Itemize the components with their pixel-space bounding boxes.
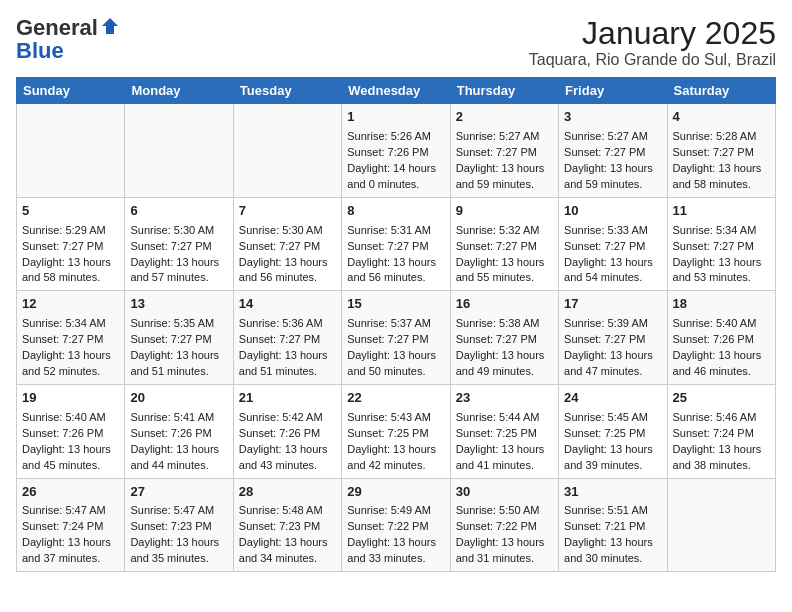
cell-content-line: Daylight: 13 hours [564,161,661,177]
calendar-cell: 9Sunrise: 5:32 AMSunset: 7:27 PMDaylight… [450,197,558,291]
day-number: 17 [564,295,661,314]
cell-content-line: Sunrise: 5:35 AM [130,316,227,332]
logo-icon [100,16,120,36]
logo-general: General [16,17,98,39]
cell-content-line: Sunset: 7:23 PM [239,519,336,535]
cell-content-line: and 50 minutes. [347,364,444,380]
day-number: 16 [456,295,553,314]
calendar-cell: 30Sunrise: 5:50 AMSunset: 7:22 PMDayligh… [450,478,558,572]
calendar-cell [125,104,233,198]
cell-content-line: Daylight: 13 hours [239,348,336,364]
cell-content-line: and 0 minutes. [347,177,444,193]
calendar-cell: 6Sunrise: 5:30 AMSunset: 7:27 PMDaylight… [125,197,233,291]
day-number: 14 [239,295,336,314]
cell-content-line: Sunset: 7:26 PM [22,426,119,442]
cell-content-line: and 51 minutes. [239,364,336,380]
cell-content-line: and 46 minutes. [673,364,770,380]
calendar-cell: 14Sunrise: 5:36 AMSunset: 7:27 PMDayligh… [233,291,341,385]
cell-content-line: Sunrise: 5:48 AM [239,503,336,519]
calendar-header: Sunday Monday Tuesday Wednesday Thursday… [17,78,776,104]
cell-content-line: and 42 minutes. [347,458,444,474]
cell-content-line: Sunrise: 5:51 AM [564,503,661,519]
cell-content-line: Sunrise: 5:29 AM [22,223,119,239]
calendar-week-row: 19Sunrise: 5:40 AMSunset: 7:26 PMDayligh… [17,384,776,478]
cell-content-line: and 58 minutes. [673,177,770,193]
header-row: Sunday Monday Tuesday Wednesday Thursday… [17,78,776,104]
day-number: 26 [22,483,119,502]
cell-content-line: Sunset: 7:23 PM [130,519,227,535]
cell-content-line: Sunset: 7:26 PM [130,426,227,442]
cell-content-line: and 43 minutes. [239,458,336,474]
cell-content-line: Sunset: 7:27 PM [564,145,661,161]
cell-content-line: Daylight: 13 hours [239,535,336,551]
cell-content-line: Sunrise: 5:50 AM [456,503,553,519]
cell-content-line: and 39 minutes. [564,458,661,474]
cell-content-line: and 55 minutes. [456,270,553,286]
cell-content-line: Sunset: 7:24 PM [673,426,770,442]
day-number: 28 [239,483,336,502]
cell-content-line: Sunrise: 5:34 AM [22,316,119,332]
cell-content-line: Daylight: 13 hours [564,442,661,458]
cell-content-line: Sunrise: 5:39 AM [564,316,661,332]
cell-content-line: and 54 minutes. [564,270,661,286]
day-number: 2 [456,108,553,127]
calendar-cell [667,478,775,572]
svg-marker-0 [102,18,118,34]
calendar-cell: 3Sunrise: 5:27 AMSunset: 7:27 PMDaylight… [559,104,667,198]
calendar-cell: 29Sunrise: 5:49 AMSunset: 7:22 PMDayligh… [342,478,450,572]
cell-content-line: Sunset: 7:27 PM [456,145,553,161]
cell-content-line: and 44 minutes. [130,458,227,474]
cell-content-line: and 53 minutes. [673,270,770,286]
cell-content-line: Sunset: 7:26 PM [347,145,444,161]
cell-content-line: Sunset: 7:27 PM [22,332,119,348]
cell-content-line: and 38 minutes. [673,458,770,474]
cell-content-line: Sunrise: 5:46 AM [673,410,770,426]
col-tuesday: Tuesday [233,78,341,104]
cell-content-line: Sunset: 7:27 PM [564,332,661,348]
cell-content-line: Daylight: 13 hours [22,255,119,271]
day-number: 5 [22,202,119,221]
day-number: 8 [347,202,444,221]
cell-content-line: Sunrise: 5:47 AM [22,503,119,519]
cell-content-line: Daylight: 13 hours [564,255,661,271]
cell-content-line: and 37 minutes. [22,551,119,567]
day-number: 29 [347,483,444,502]
day-number: 23 [456,389,553,408]
col-saturday: Saturday [667,78,775,104]
cell-content-line: Daylight: 13 hours [673,161,770,177]
cell-content-line: and 33 minutes. [347,551,444,567]
cell-content-line: Sunset: 7:21 PM [564,519,661,535]
calendar-cell: 1Sunrise: 5:26 AMSunset: 7:26 PMDaylight… [342,104,450,198]
cell-content-line: and 59 minutes. [456,177,553,193]
day-number: 27 [130,483,227,502]
calendar-week-row: 26Sunrise: 5:47 AMSunset: 7:24 PMDayligh… [17,478,776,572]
col-wednesday: Wednesday [342,78,450,104]
day-number: 30 [456,483,553,502]
cell-content-line: Daylight: 13 hours [456,161,553,177]
calendar-week-row: 1Sunrise: 5:26 AMSunset: 7:26 PMDaylight… [17,104,776,198]
cell-content-line: and 47 minutes. [564,364,661,380]
cell-content-line: Sunrise: 5:49 AM [347,503,444,519]
cell-content-line: Sunrise: 5:31 AM [347,223,444,239]
cell-content-line: Daylight: 13 hours [130,442,227,458]
cell-content-line: Daylight: 13 hours [347,535,444,551]
cell-content-line: Daylight: 13 hours [673,348,770,364]
col-monday: Monday [125,78,233,104]
cell-content-line: Sunrise: 5:33 AM [564,223,661,239]
cell-content-line: Sunset: 7:27 PM [239,239,336,255]
day-number: 3 [564,108,661,127]
calendar-cell [17,104,125,198]
day-number: 20 [130,389,227,408]
calendar-cell: 8Sunrise: 5:31 AMSunset: 7:27 PMDaylight… [342,197,450,291]
cell-content-line: Sunset: 7:27 PM [22,239,119,255]
calendar-cell: 10Sunrise: 5:33 AMSunset: 7:27 PMDayligh… [559,197,667,291]
cell-content-line: Sunrise: 5:42 AM [239,410,336,426]
cell-content-line: Daylight: 13 hours [347,348,444,364]
day-number: 22 [347,389,444,408]
cell-content-line: Daylight: 14 hours [347,161,444,177]
cell-content-line: and 51 minutes. [130,364,227,380]
cell-content-line: Sunset: 7:25 PM [456,426,553,442]
logo-blue: Blue [16,40,64,62]
cell-content-line: Daylight: 13 hours [673,442,770,458]
cell-content-line: Daylight: 13 hours [22,348,119,364]
